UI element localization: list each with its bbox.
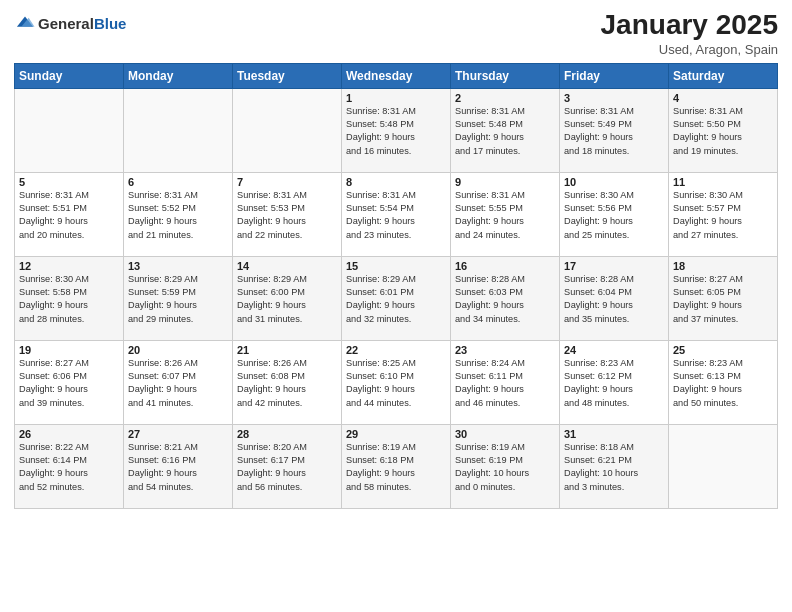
day-info: Sunrise: 8:28 AM Sunset: 6:04 PM Dayligh… (564, 273, 664, 326)
day-info: Sunrise: 8:24 AM Sunset: 6:11 PM Dayligh… (455, 357, 555, 410)
calendar-week-row: 5Sunrise: 8:31 AM Sunset: 5:51 PM Daylig… (15, 172, 778, 256)
day-number: 25 (673, 344, 773, 356)
day-info: Sunrise: 8:31 AM Sunset: 5:48 PM Dayligh… (346, 105, 446, 158)
day-info: Sunrise: 8:31 AM Sunset: 5:48 PM Dayligh… (455, 105, 555, 158)
calendar-day-cell: 28Sunrise: 8:20 AM Sunset: 6:17 PM Dayli… (233, 424, 342, 508)
calendar-day-cell: 30Sunrise: 8:19 AM Sunset: 6:19 PM Dayli… (451, 424, 560, 508)
calendar-day-cell: 25Sunrise: 8:23 AM Sunset: 6:13 PM Dayli… (669, 340, 778, 424)
day-info: Sunrise: 8:31 AM Sunset: 5:49 PM Dayligh… (564, 105, 664, 158)
calendar-day-cell: 10Sunrise: 8:30 AM Sunset: 5:56 PM Dayli… (560, 172, 669, 256)
day-number: 7 (237, 176, 337, 188)
calendar-day-cell: 3Sunrise: 8:31 AM Sunset: 5:49 PM Daylig… (560, 88, 669, 172)
day-number: 6 (128, 176, 228, 188)
calendar-day-cell: 20Sunrise: 8:26 AM Sunset: 6:07 PM Dayli… (124, 340, 233, 424)
day-number: 21 (237, 344, 337, 356)
calendar-day-cell: 11Sunrise: 8:30 AM Sunset: 5:57 PM Dayli… (669, 172, 778, 256)
calendar-day-cell (233, 88, 342, 172)
day-number: 22 (346, 344, 446, 356)
day-number: 4 (673, 92, 773, 104)
calendar-day-cell: 15Sunrise: 8:29 AM Sunset: 6:01 PM Dayli… (342, 256, 451, 340)
day-info: Sunrise: 8:29 AM Sunset: 5:59 PM Dayligh… (128, 273, 228, 326)
calendar-day-cell: 16Sunrise: 8:28 AM Sunset: 6:03 PM Dayli… (451, 256, 560, 340)
day-number: 24 (564, 344, 664, 356)
calendar-day-cell: 19Sunrise: 8:27 AM Sunset: 6:06 PM Dayli… (15, 340, 124, 424)
day-info: Sunrise: 8:27 AM Sunset: 6:05 PM Dayligh… (673, 273, 773, 326)
calendar-day-cell: 7Sunrise: 8:31 AM Sunset: 5:53 PM Daylig… (233, 172, 342, 256)
logo: GeneralBlue (14, 14, 126, 34)
day-number: 8 (346, 176, 446, 188)
day-info: Sunrise: 8:30 AM Sunset: 5:58 PM Dayligh… (19, 273, 119, 326)
day-number: 1 (346, 92, 446, 104)
day-number: 31 (564, 428, 664, 440)
weekday-header: Thursday (451, 63, 560, 88)
day-number: 28 (237, 428, 337, 440)
page: GeneralBlue January 2025 Used, Aragon, S… (0, 0, 792, 612)
day-info: Sunrise: 8:22 AM Sunset: 6:14 PM Dayligh… (19, 441, 119, 494)
calendar-day-cell: 27Sunrise: 8:21 AM Sunset: 6:16 PM Dayli… (124, 424, 233, 508)
calendar-day-cell: 17Sunrise: 8:28 AM Sunset: 6:04 PM Dayli… (560, 256, 669, 340)
day-info: Sunrise: 8:30 AM Sunset: 5:57 PM Dayligh… (673, 189, 773, 242)
calendar-week-row: 19Sunrise: 8:27 AM Sunset: 6:06 PM Dayli… (15, 340, 778, 424)
day-number: 11 (673, 176, 773, 188)
calendar-day-cell: 12Sunrise: 8:30 AM Sunset: 5:58 PM Dayli… (15, 256, 124, 340)
calendar-day-cell: 22Sunrise: 8:25 AM Sunset: 6:10 PM Dayli… (342, 340, 451, 424)
calendar-day-cell: 6Sunrise: 8:31 AM Sunset: 5:52 PM Daylig… (124, 172, 233, 256)
logo-general: GeneralBlue (38, 15, 126, 33)
calendar-table: SundayMondayTuesdayWednesdayThursdayFrid… (14, 63, 778, 509)
day-info: Sunrise: 8:19 AM Sunset: 6:18 PM Dayligh… (346, 441, 446, 494)
calendar-day-cell: 4Sunrise: 8:31 AM Sunset: 5:50 PM Daylig… (669, 88, 778, 172)
calendar-week-row: 12Sunrise: 8:30 AM Sunset: 5:58 PM Dayli… (15, 256, 778, 340)
calendar-day-cell: 5Sunrise: 8:31 AM Sunset: 5:51 PM Daylig… (15, 172, 124, 256)
calendar-week-row: 1Sunrise: 8:31 AM Sunset: 5:48 PM Daylig… (15, 88, 778, 172)
day-number: 15 (346, 260, 446, 272)
calendar-day-cell (124, 88, 233, 172)
day-number: 27 (128, 428, 228, 440)
day-info: Sunrise: 8:31 AM Sunset: 5:52 PM Dayligh… (128, 189, 228, 242)
day-number: 20 (128, 344, 228, 356)
day-number: 10 (564, 176, 664, 188)
calendar-day-cell: 8Sunrise: 8:31 AM Sunset: 5:54 PM Daylig… (342, 172, 451, 256)
day-info: Sunrise: 8:25 AM Sunset: 6:10 PM Dayligh… (346, 357, 446, 410)
calendar-day-cell: 1Sunrise: 8:31 AM Sunset: 5:48 PM Daylig… (342, 88, 451, 172)
day-info: Sunrise: 8:29 AM Sunset: 6:01 PM Dayligh… (346, 273, 446, 326)
day-number: 5 (19, 176, 119, 188)
day-number: 3 (564, 92, 664, 104)
day-number: 17 (564, 260, 664, 272)
logo-icon (14, 12, 36, 34)
day-info: Sunrise: 8:19 AM Sunset: 6:19 PM Dayligh… (455, 441, 555, 494)
day-number: 16 (455, 260, 555, 272)
day-number: 9 (455, 176, 555, 188)
logo-text: GeneralBlue (38, 15, 126, 33)
day-number: 13 (128, 260, 228, 272)
day-info: Sunrise: 8:20 AM Sunset: 6:17 PM Dayligh… (237, 441, 337, 494)
weekday-header: Saturday (669, 63, 778, 88)
header: GeneralBlue January 2025 Used, Aragon, S… (14, 10, 778, 57)
day-number: 23 (455, 344, 555, 356)
day-number: 14 (237, 260, 337, 272)
day-info: Sunrise: 8:31 AM Sunset: 5:54 PM Dayligh… (346, 189, 446, 242)
day-info: Sunrise: 8:31 AM Sunset: 5:55 PM Dayligh… (455, 189, 555, 242)
day-number: 29 (346, 428, 446, 440)
location: Used, Aragon, Spain (601, 42, 778, 57)
day-number: 30 (455, 428, 555, 440)
day-info: Sunrise: 8:27 AM Sunset: 6:06 PM Dayligh… (19, 357, 119, 410)
day-info: Sunrise: 8:21 AM Sunset: 6:16 PM Dayligh… (128, 441, 228, 494)
weekday-header: Wednesday (342, 63, 451, 88)
calendar-header-row: SundayMondayTuesdayWednesdayThursdayFrid… (15, 63, 778, 88)
calendar-day-cell: 14Sunrise: 8:29 AM Sunset: 6:00 PM Dayli… (233, 256, 342, 340)
weekday-header: Sunday (15, 63, 124, 88)
day-info: Sunrise: 8:26 AM Sunset: 6:08 PM Dayligh… (237, 357, 337, 410)
day-info: Sunrise: 8:23 AM Sunset: 6:12 PM Dayligh… (564, 357, 664, 410)
day-info: Sunrise: 8:31 AM Sunset: 5:50 PM Dayligh… (673, 105, 773, 158)
calendar-day-cell: 29Sunrise: 8:19 AM Sunset: 6:18 PM Dayli… (342, 424, 451, 508)
calendar-day-cell: 2Sunrise: 8:31 AM Sunset: 5:48 PM Daylig… (451, 88, 560, 172)
calendar-day-cell: 31Sunrise: 8:18 AM Sunset: 6:21 PM Dayli… (560, 424, 669, 508)
weekday-header: Friday (560, 63, 669, 88)
calendar-day-cell: 18Sunrise: 8:27 AM Sunset: 6:05 PM Dayli… (669, 256, 778, 340)
day-info: Sunrise: 8:18 AM Sunset: 6:21 PM Dayligh… (564, 441, 664, 494)
calendar-day-cell: 21Sunrise: 8:26 AM Sunset: 6:08 PM Dayli… (233, 340, 342, 424)
day-info: Sunrise: 8:29 AM Sunset: 6:00 PM Dayligh… (237, 273, 337, 326)
day-number: 19 (19, 344, 119, 356)
calendar-day-cell (669, 424, 778, 508)
calendar-day-cell: 9Sunrise: 8:31 AM Sunset: 5:55 PM Daylig… (451, 172, 560, 256)
